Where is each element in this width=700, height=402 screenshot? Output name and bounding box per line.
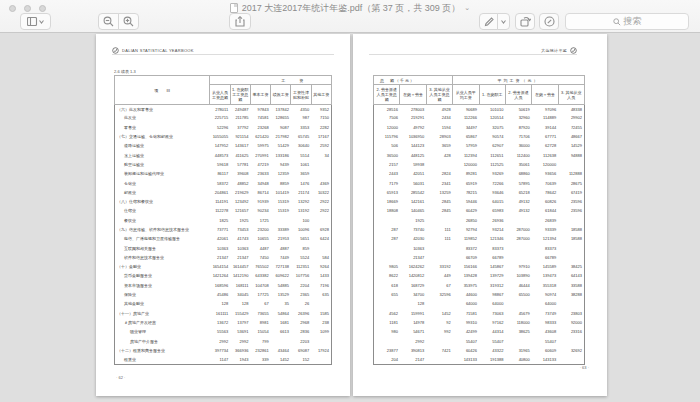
table-cell: 6613 bbox=[271, 328, 291, 337]
table-row: 1157961036950289036586790574717066777148… bbox=[374, 132, 585, 141]
table-cell bbox=[374, 300, 400, 309]
markup-button[interactable] bbox=[479, 13, 498, 30]
markup-dropdown-button[interactable] bbox=[497, 13, 510, 30]
table-cell: 2992 bbox=[400, 337, 426, 346]
table-cell: 69087 bbox=[291, 346, 311, 355]
table-cell: 59938 bbox=[400, 160, 426, 169]
table-cell: 68860 bbox=[505, 170, 531, 179]
table-cell: 97843 bbox=[250, 105, 270, 114]
table-cell: 765502 bbox=[250, 263, 270, 272]
table-cell: 28675 bbox=[558, 179, 584, 188]
table-cell: 92000 bbox=[558, 318, 584, 327]
table-cell bbox=[271, 337, 291, 346]
zoom-in-button[interactable] bbox=[118, 13, 139, 30]
table-cell: 1433 bbox=[311, 272, 331, 281]
table-cell: 65500 bbox=[505, 290, 531, 299]
column-header: 从业人员平均工资 bbox=[453, 85, 479, 105]
table-cell: 48338 bbox=[558, 105, 584, 114]
sidebar-view-button[interactable] bbox=[20, 13, 51, 30]
table-row: （十一）房地产业1611111554297365554864263961585 bbox=[115, 309, 332, 318]
zoom-out-button[interactable] bbox=[98, 13, 119, 30]
table-cell: 448125 bbox=[400, 151, 426, 160]
table-cell: 428 bbox=[426, 151, 452, 160]
table-cell: 2824 bbox=[426, 170, 452, 179]
table-cell: 59446 bbox=[453, 197, 479, 206]
table-cell bbox=[426, 356, 452, 365]
table-cell: 139729 bbox=[479, 272, 505, 281]
column-header: 1. 在岗职工 bbox=[479, 85, 505, 105]
table-cell: 13672 bbox=[210, 318, 230, 327]
search-input[interactable]: 搜索 bbox=[565, 13, 689, 30]
table-cell: 366936 bbox=[230, 346, 250, 355]
table-caption: 2-6 续表 1-3 bbox=[114, 69, 332, 74]
table-cell: 217982 bbox=[271, 132, 291, 141]
table-cell: 2968 bbox=[291, 318, 311, 327]
table-cell: 92794 bbox=[453, 225, 479, 234]
table-row: 1880814046528456042965983491326184423596 bbox=[374, 207, 585, 216]
table-cell: 727138 bbox=[271, 263, 291, 272]
table-cell: 33389 bbox=[271, 225, 291, 234]
title-chevron-icon[interactable]: ⌄ bbox=[464, 4, 470, 12]
table-cell: 1825 bbox=[210, 216, 230, 225]
table-row: 1925268502693626839 bbox=[374, 216, 585, 225]
pdf-doc-icon bbox=[230, 3, 238, 13]
table-cell: 140465 bbox=[400, 207, 426, 216]
column-header: 3. 其他从业人员工资总额 bbox=[426, 85, 452, 105]
table-row: 10363833728337383373 bbox=[374, 244, 585, 253]
table-cell: 5524 bbox=[291, 253, 311, 262]
table-cell: 55563 bbox=[210, 328, 230, 337]
table-cell: 35061 bbox=[505, 160, 531, 169]
rotate-button[interactable] bbox=[515, 13, 535, 30]
table-cell: 18669 bbox=[374, 197, 400, 206]
table-cell: 6424 bbox=[311, 235, 331, 244]
table-cell: 39144 bbox=[532, 123, 558, 132]
table-cell: 21347 bbox=[400, 253, 426, 262]
table-cell: 49132 bbox=[505, 207, 531, 216]
table-row: 货币金融服务业142126414121906433826096221077561… bbox=[115, 272, 332, 281]
table-cell bbox=[558, 337, 584, 346]
table-cell: 62728 bbox=[532, 142, 558, 151]
table-cell: 21347 bbox=[210, 253, 230, 262]
table-cell: 65745 bbox=[291, 132, 311, 141]
table-cell: 128 bbox=[400, 300, 426, 309]
share-button[interactable] bbox=[229, 13, 251, 30]
table-cell: 55407 bbox=[479, 337, 505, 346]
table-cell: 4887 bbox=[271, 244, 291, 253]
column-header: 绩效工资 bbox=[271, 85, 291, 105]
table-cell bbox=[311, 160, 331, 169]
table-cell: 10363 bbox=[210, 244, 230, 253]
table-cell: 93646 bbox=[479, 188, 505, 197]
table-cell: 97910 bbox=[505, 263, 531, 272]
table-cell: 921154 bbox=[230, 132, 250, 141]
row-label: 电信、广播电视和卫星传输服务 bbox=[115, 235, 210, 244]
table-cell bbox=[426, 337, 452, 346]
table-cell: 17924 bbox=[311, 346, 331, 355]
table-cell bbox=[311, 356, 331, 365]
table-cell: 21174 bbox=[291, 188, 311, 197]
table-cell: 120514 bbox=[479, 114, 505, 123]
table-cell: 168596 bbox=[210, 281, 230, 290]
table-cell: 93269 bbox=[479, 170, 505, 179]
table-cell: 55407 bbox=[453, 337, 479, 346]
table-cell: 64000 bbox=[532, 300, 558, 309]
rotate-icon bbox=[520, 16, 531, 27]
table-cell: 2365 bbox=[291, 290, 311, 299]
annotate-button[interactable] bbox=[539, 13, 559, 30]
table-row: （十二）租赁和商务服务业3977343669362328614346469087… bbox=[115, 346, 332, 355]
table-cell: 9805 bbox=[374, 263, 400, 272]
table-row: 其他金融业128128673526 bbox=[115, 300, 332, 309]
zoom-in-icon bbox=[123, 16, 134, 27]
table-cell: 7179 bbox=[374, 179, 400, 188]
chevron-down-icon bbox=[39, 20, 44, 24]
table-cell: 49132 bbox=[505, 197, 531, 206]
table-cell: 319312 bbox=[479, 281, 505, 290]
table-cell: 1420812 bbox=[400, 272, 426, 281]
document-scroll-area[interactable]: DALIAN STATISTICAL YEARBOOK 2-6 续表 1-3 项… bbox=[0, 34, 700, 402]
table-cell: 65919 bbox=[453, 179, 479, 188]
table-cell: 1099 bbox=[311, 328, 331, 337]
table-cell: 121657 bbox=[230, 207, 250, 216]
table-cell: 1421264 bbox=[210, 272, 230, 281]
table-cell: 2922 bbox=[311, 197, 331, 206]
row-label: 装卸搬运和运输代理业 bbox=[115, 170, 210, 179]
table-row: 资本市场服务业1685961681111047085488522047196 bbox=[115, 281, 332, 290]
